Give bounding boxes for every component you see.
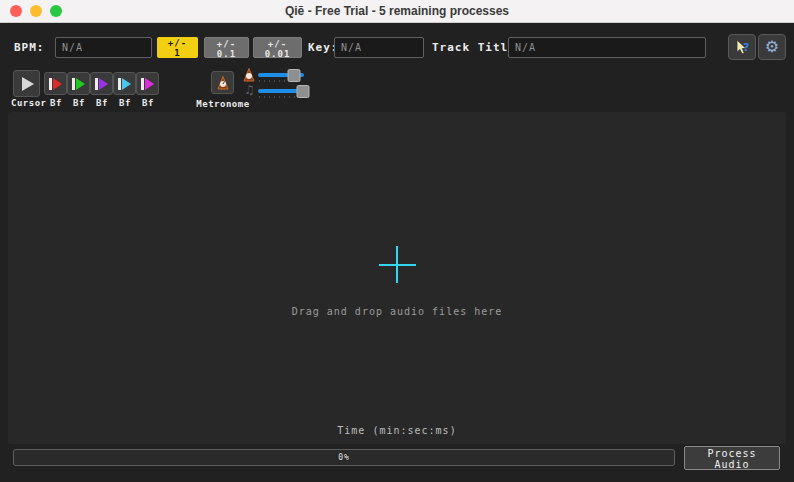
- step-play-icon: [95, 78, 108, 90]
- metronome-icon: [216, 76, 230, 90]
- stem-play-button-5[interactable]: [136, 72, 159, 95]
- settings-button[interactable]: ⚙: [758, 34, 786, 60]
- key-input[interactable]: [334, 37, 424, 58]
- bpm-step-1-button[interactable]: +/- 1: [157, 37, 198, 58]
- stem-label-1: Bf: [50, 98, 62, 108]
- minimize-icon[interactable]: [30, 5, 42, 17]
- svg-text:?: ?: [743, 41, 749, 54]
- stem-play-button-3[interactable]: [90, 72, 113, 95]
- maximize-icon[interactable]: [50, 5, 62, 17]
- help-cursor-icon: ?: [734, 39, 751, 56]
- play-icon: [22, 77, 34, 91]
- cursor-button-label: Cursor: [11, 98, 47, 108]
- step-play-icon: [118, 78, 131, 90]
- close-icon[interactable]: [10, 5, 22, 17]
- music-notes-icon: ♫: [244, 84, 258, 98]
- stem-label-4: Bf: [119, 98, 131, 108]
- metronome-volume-slider[interactable]: [258, 70, 304, 82]
- metronome-button[interactable]: [211, 71, 234, 94]
- help-button[interactable]: ?: [728, 34, 756, 60]
- step-play-icon: [72, 78, 85, 90]
- audio-drop-zone[interactable]: Drag and drop audio files here: [8, 112, 786, 444]
- metronome-label: Metronome: [196, 99, 249, 109]
- track-title-input[interactable]: [508, 37, 706, 58]
- drop-hint-text: Drag and drop audio files here: [8, 306, 786, 317]
- time-label: Time (min:sec:ms): [0, 425, 794, 436]
- traffic-lights: [10, 0, 62, 22]
- slider-handle[interactable]: [297, 85, 310, 98]
- plus-icon: [396, 246, 398, 283]
- app-window: Qiē - Free Trial - 5 remaining processes…: [0, 0, 794, 482]
- stem-label-3: Bf: [96, 98, 108, 108]
- bpm-step-0-01-button[interactable]: +/- 0.01: [253, 37, 302, 58]
- step-play-icon: [141, 78, 154, 90]
- progress-percent: 0%: [338, 453, 350, 462]
- step-play-icon: [49, 78, 62, 90]
- stem-play-button-2[interactable]: [67, 72, 90, 95]
- titlebar: Qiē - Free Trial - 5 remaining processes: [0, 0, 794, 23]
- progress-bar: 0%: [13, 449, 675, 466]
- bpm-input[interactable]: [55, 37, 152, 58]
- gear-icon: ⚙: [765, 39, 779, 55]
- window-title: Qiē - Free Trial - 5 remaining processes: [285, 4, 509, 18]
- stem-label-5: Bf: [142, 98, 154, 108]
- slider-handle[interactable]: [287, 69, 300, 82]
- stem-label-2: Bf: [73, 98, 85, 108]
- process-audio-button[interactable]: Process Audio: [684, 446, 780, 470]
- stem-play-button-1[interactable]: [44, 72, 67, 95]
- metronome-icon: [242, 68, 256, 82]
- bpm-label: BPM:: [14, 41, 45, 54]
- cursor-play-button[interactable]: [13, 70, 40, 97]
- music-volume-slider[interactable]: [258, 86, 304, 98]
- bpm-step-0-1-button[interactable]: +/- 0.1: [204, 37, 249, 58]
- stem-play-button-4[interactable]: [113, 72, 136, 95]
